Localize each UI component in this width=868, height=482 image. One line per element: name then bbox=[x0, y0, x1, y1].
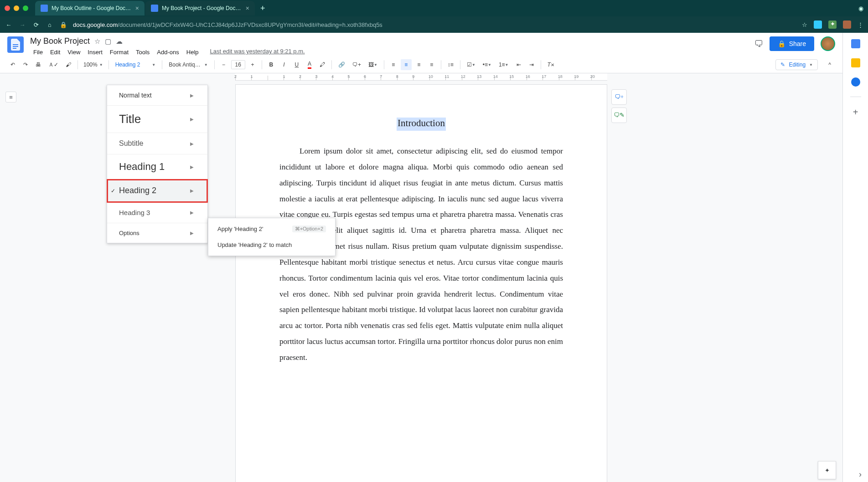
add-comment-icon[interactable]: 🗨+ bbox=[350, 59, 364, 70]
window-controls bbox=[5, 5, 28, 11]
calendar-app-icon[interactable] bbox=[851, 39, 860, 48]
browser-tab-project[interactable]: My Book Project - Google Doc… × bbox=[145, 1, 255, 15]
browser-address-bar: ← → ⟳ ⌂ 🔒 docs.google.com/document/d/1jw… bbox=[0, 16, 868, 33]
toolbar: ↶ ↷ 🖶 Ａ✓ 🖌 100%▼ Heading 2▼ Book Antiq…▼… bbox=[0, 56, 842, 73]
paint-format-icon[interactable]: 🖌 bbox=[63, 59, 74, 70]
tasks-app-icon[interactable] bbox=[851, 77, 860, 87]
last-edit-link[interactable]: Last edit was yesterday at 9:21 p.m. bbox=[210, 48, 305, 56]
profile-avatar-icon[interactable] bbox=[843, 21, 851, 29]
insert-image-icon[interactable]: 🖼▼ bbox=[366, 59, 380, 70]
new-tab-button[interactable]: + bbox=[260, 4, 265, 13]
comment-history-icon[interactable]: 🗨 bbox=[754, 39, 763, 49]
font-size-decrease[interactable]: − bbox=[218, 59, 229, 70]
svg-rect-0 bbox=[13, 44, 18, 45]
extension-icon[interactable] bbox=[814, 21, 822, 29]
docs-logo-icon[interactable] bbox=[7, 36, 24, 53]
explore-button[interactable]: ✦ bbox=[818, 461, 836, 479]
suggest-edit-bubble-icon[interactable]: 🗨✎ bbox=[611, 108, 627, 123]
nav-back-icon[interactable]: ← bbox=[5, 21, 13, 28]
undo-icon[interactable]: ↶ bbox=[7, 59, 18, 70]
style-option-normal-text[interactable]: Normal text▶ bbox=[107, 85, 207, 106]
share-button[interactable]: 🔒 Share bbox=[770, 36, 814, 51]
font-size-input[interactable]: 16 bbox=[231, 60, 245, 69]
font-size-increase[interactable]: + bbox=[247, 59, 258, 70]
collapse-toolbar-icon[interactable]: ^ bbox=[824, 59, 835, 70]
tab-close-icon[interactable]: × bbox=[135, 5, 139, 12]
menu-view[interactable]: View bbox=[64, 48, 83, 56]
redo-icon[interactable]: ↷ bbox=[20, 59, 31, 70]
align-left-icon[interactable]: ≡ bbox=[388, 59, 399, 70]
style-option-subtitle[interactable]: Subtitle▶ bbox=[107, 133, 207, 154]
indent-increase-icon[interactable]: ⇥ bbox=[526, 59, 537, 70]
star-icon[interactable]: ☆ bbox=[94, 37, 100, 46]
menu-file[interactable]: File bbox=[30, 48, 46, 56]
menu-help[interactable]: Help bbox=[183, 48, 202, 56]
menu-insert[interactable]: Insert bbox=[84, 48, 106, 56]
chevron-right-icon: ▶ bbox=[190, 117, 194, 122]
text-color-icon[interactable]: A bbox=[304, 59, 315, 70]
side-panel-expand-icon[interactable]: › bbox=[859, 470, 862, 479]
move-icon[interactable]: ▢ bbox=[105, 37, 111, 46]
horizontal-ruler[interactable]: 211234567891011121314151617181920 bbox=[0, 73, 842, 82]
clear-formatting-icon[interactable]: T✕ bbox=[545, 59, 557, 70]
bold-icon[interactable]: B bbox=[266, 59, 277, 70]
add-comment-bubble-icon[interactable]: 🗨+ bbox=[611, 89, 627, 105]
document-heading[interactable]: Introduction bbox=[397, 118, 446, 131]
nav-forward-icon[interactable]: → bbox=[18, 21, 26, 28]
align-justify-icon[interactable]: ≡ bbox=[426, 59, 437, 70]
print-icon[interactable]: 🖶 bbox=[33, 59, 44, 70]
line-spacing-icon[interactable]: ↕≡ bbox=[445, 59, 456, 70]
lock-icon: 🔒 bbox=[59, 21, 67, 28]
separator bbox=[262, 60, 262, 69]
menu-addons[interactable]: Add-ons bbox=[154, 48, 182, 56]
window-close[interactable] bbox=[5, 5, 10, 11]
keep-app-icon[interactable] bbox=[851, 58, 860, 67]
highlight-color-icon[interactable]: 🖍 bbox=[317, 59, 328, 70]
nav-home-icon[interactable]: ⌂ bbox=[46, 21, 54, 28]
account-avatar[interactable] bbox=[821, 36, 835, 51]
chevron-right-icon: ▶ bbox=[190, 210, 194, 215]
lock-icon: 🔒 bbox=[778, 40, 785, 47]
document-page[interactable]: 🗨+ 🗨✎ Introduction Lorem ipsum dolor sit… bbox=[235, 84, 607, 482]
numbered-list-icon[interactable]: 1≡▼ bbox=[496, 59, 512, 70]
style-option-title[interactable]: Title▶ bbox=[107, 106, 207, 133]
italic-icon[interactable]: I bbox=[279, 59, 289, 70]
spellcheck-icon[interactable]: Ａ✓ bbox=[46, 59, 61, 70]
outline-toggle-icon[interactable]: ≡ bbox=[5, 92, 16, 103]
bookmark-star-icon[interactable]: ☆ bbox=[802, 21, 807, 28]
style-option-options[interactable]: Options▶ bbox=[107, 223, 207, 243]
menu-tools[interactable]: Tools bbox=[133, 48, 153, 56]
nav-reload-icon[interactable]: ⟳ bbox=[32, 21, 40, 28]
bulleted-list-icon[interactable]: •≡▼ bbox=[480, 59, 494, 70]
checklist-icon[interactable]: ☑▼ bbox=[464, 59, 478, 70]
paragraph-style-selector[interactable]: Heading 2▼ bbox=[113, 61, 159, 69]
indent-decrease-icon[interactable]: ⇤ bbox=[513, 59, 524, 70]
menu-dots-icon[interactable]: ⋮ bbox=[858, 21, 863, 28]
url-display[interactable]: docs.google.com/document/d/1jwDCFxlxW4G-… bbox=[73, 21, 796, 28]
window-minimize[interactable] bbox=[14, 5, 19, 11]
extensions-puzzle-icon[interactable]: ✦ bbox=[828, 21, 837, 29]
style-option-heading-3[interactable]: Heading 3▶ bbox=[107, 202, 207, 223]
tab-close-icon[interactable]: × bbox=[246, 5, 249, 12]
align-center-icon[interactable]: ≡ bbox=[401, 59, 412, 70]
style-option-heading-1[interactable]: Heading 1▶ bbox=[107, 154, 207, 179]
zoom-selector[interactable]: 100%▼ bbox=[82, 61, 105, 69]
browser-tab-outline[interactable]: My Book Outline - Google Doc… × bbox=[35, 1, 145, 15]
profile-icon[interactable]: ◉ bbox=[858, 5, 863, 12]
menu-format[interactable]: Format bbox=[107, 48, 132, 56]
insert-link-icon[interactable]: 🔗 bbox=[336, 59, 348, 70]
chevron-right-icon: ▶ bbox=[190, 141, 194, 146]
menu-edit[interactable]: Edit bbox=[47, 48, 63, 56]
style-option-heading-2[interactable]: ✓ Heading 2▶ bbox=[107, 179, 207, 202]
submenu-update-heading-2[interactable]: Update 'Heading 2' to match bbox=[208, 237, 335, 253]
cloud-status-icon[interactable]: ☁ bbox=[116, 37, 123, 46]
window-maximize[interactable] bbox=[23, 5, 28, 11]
underline-icon[interactable]: U bbox=[291, 59, 302, 70]
align-right-icon[interactable]: ≡ bbox=[413, 59, 424, 70]
svg-rect-1 bbox=[13, 46, 18, 47]
submenu-apply-heading-2[interactable]: Apply 'Heading 2' ⌘+Option+2 bbox=[208, 221, 335, 237]
font-selector[interactable]: Book Antiq…▼ bbox=[166, 61, 210, 69]
editing-mode-selector[interactable]: ✎ Editing ▼ bbox=[775, 59, 818, 70]
document-title[interactable]: My Book Project bbox=[30, 36, 90, 46]
add-addon-icon[interactable]: + bbox=[853, 107, 858, 118]
